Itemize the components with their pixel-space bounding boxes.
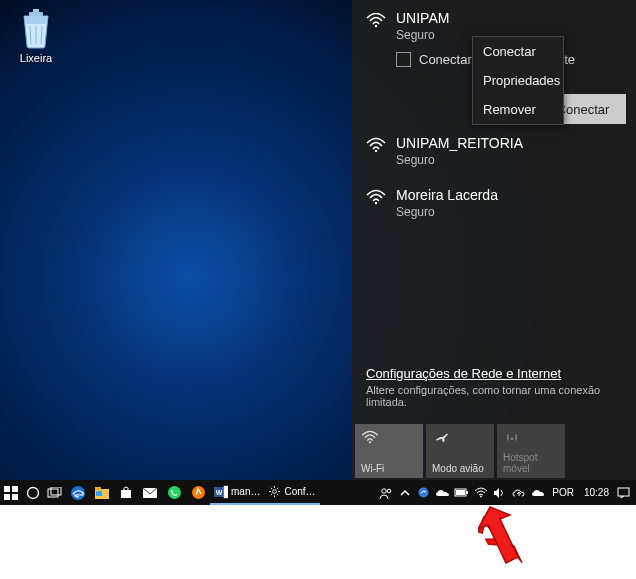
wifi-icon [366, 189, 386, 205]
annotation-area [0, 505, 636, 579]
taskbar-app-settings[interactable]: Conf… [264, 480, 319, 505]
svg-rect-18 [121, 490, 131, 498]
checkbox-icon [396, 52, 411, 67]
svg-rect-24 [224, 486, 228, 498]
context-menu-connect[interactable]: Conectar [473, 37, 563, 66]
svg-point-6 [511, 437, 514, 440]
tray-cloud-icon[interactable] [529, 480, 546, 505]
taskbar-app-store[interactable] [114, 480, 138, 505]
taskbar-app-mail[interactable] [138, 480, 162, 505]
network-settings-sub: Altere configurações, como tornar uma co… [366, 384, 622, 408]
svg-point-32 [480, 496, 482, 498]
context-menu-properties[interactable]: Propriedades [473, 66, 563, 95]
tile-label: Hotspot móvel [503, 452, 559, 474]
tile-hotspot[interactable]: Hotspot móvel [497, 424, 565, 478]
wifi-network-status: Seguro [396, 205, 498, 219]
wifi-context-menu: Conectar Propriedades Remover [472, 36, 564, 125]
task-view-button[interactable] [44, 480, 66, 505]
svg-rect-13 [51, 487, 61, 495]
wifi-icon [366, 12, 386, 28]
tray-battery-icon[interactable] [453, 480, 470, 505]
wifi-network-name: Moreira Lacerda [396, 187, 498, 203]
start-button[interactable] [0, 480, 22, 505]
tile-label: Wi-Fi [361, 463, 417, 474]
svg-rect-16 [95, 487, 101, 490]
svg-rect-33 [618, 488, 629, 496]
wifi-network-name: UNIPAM [396, 10, 449, 26]
svg-rect-12 [48, 489, 58, 497]
context-menu-remove[interactable]: Remover [473, 95, 563, 124]
svg-point-26 [382, 488, 386, 492]
svg-rect-10 [12, 494, 18, 500]
svg-point-25 [273, 490, 277, 494]
svg-rect-17 [96, 491, 102, 496]
tray-action-center[interactable] [615, 480, 632, 505]
svg-rect-30 [466, 491, 468, 494]
svg-rect-1 [33, 9, 39, 12]
wifi-network-item[interactable]: UNIPAM_REITORIA Seguro [352, 125, 636, 177]
wifi-icon [361, 430, 417, 448]
wifi-icon [366, 137, 386, 153]
svg-point-21 [192, 486, 205, 499]
tile-wifi[interactable]: Wi-Fi [355, 424, 423, 478]
svg-rect-8 [12, 486, 18, 492]
svg-rect-0 [29, 12, 43, 16]
recycle-bin-icon [16, 6, 56, 50]
svg-point-3 [375, 150, 377, 152]
svg-point-5 [369, 441, 371, 443]
recycle-bin-label: Lixeira [8, 52, 64, 64]
airplane-icon [432, 430, 488, 448]
tray-language[interactable]: POR [548, 487, 578, 498]
tile-label: Modo avião [432, 463, 488, 474]
tray-volume-icon[interactable] [491, 480, 508, 505]
svg-point-2 [375, 25, 377, 27]
desktop[interactable]: Lixeira UNIPAM Seguro Conectar automatic… [0, 0, 636, 505]
tray-sync-icon[interactable] [415, 480, 432, 505]
svg-rect-9 [4, 494, 10, 500]
quick-action-tiles: Wi-Fi Modo avião Hotspot móvel [352, 422, 565, 480]
taskbar-app-avast[interactable] [186, 480, 210, 505]
tray-cloud-upload-icon[interactable] [510, 480, 527, 505]
cortana-button[interactable] [22, 480, 44, 505]
svg-rect-7 [4, 486, 10, 492]
hotspot-icon [503, 430, 559, 448]
annotation-arrow [478, 505, 538, 575]
recycle-bin[interactable]: Lixeira [8, 6, 64, 64]
wifi-network-status: Seguro [396, 153, 523, 167]
taskbar: W man… Conf… POR 10:28 [0, 480, 636, 505]
svg-point-4 [375, 202, 377, 204]
svg-point-20 [168, 486, 181, 499]
svg-text:W: W [216, 489, 223, 496]
taskbar-app-word[interactable]: W man… [210, 480, 264, 505]
svg-point-28 [419, 488, 429, 498]
wifi-flyout: UNIPAM Seguro Conectar automaticamente C… [352, 0, 636, 480]
taskbar-app-explorer[interactable] [90, 480, 114, 505]
tray-clock[interactable]: 10:28 [580, 487, 613, 498]
svg-rect-31 [456, 490, 465, 495]
tray-overflow[interactable] [396, 480, 413, 505]
wifi-network-item[interactable]: Moreira Lacerda Seguro [352, 177, 636, 229]
svg-point-11 [28, 487, 39, 498]
tray-people[interactable] [377, 480, 394, 505]
taskbar-app-edge[interactable] [66, 480, 90, 505]
taskbar-app-whatsapp[interactable] [162, 480, 186, 505]
wifi-network-status: Seguro [396, 28, 449, 42]
tray-wifi-icon[interactable] [472, 480, 489, 505]
svg-point-27 [387, 489, 391, 493]
tray-onedrive-icon[interactable] [434, 480, 451, 505]
network-settings-link[interactable]: Configurações de Rede e Internet [366, 366, 622, 381]
wifi-network-name: UNIPAM_REITORIA [396, 135, 523, 151]
tile-airplane[interactable]: Modo avião [426, 424, 494, 478]
